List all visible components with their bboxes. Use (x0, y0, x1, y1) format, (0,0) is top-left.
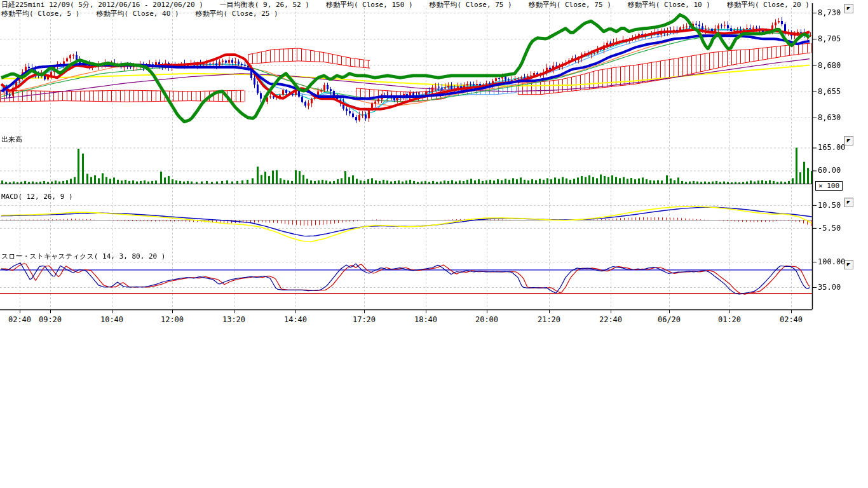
price-axis-label: 8,680 (818, 62, 841, 69)
stoch-axis-label: 35.00 (818, 283, 841, 291)
macd-axis-label: 10.50 (818, 201, 841, 209)
macd-axis-label: -5.50 (818, 224, 841, 232)
time-axis-label: 17:20 (353, 315, 376, 324)
time-axis-label: 09:20 (39, 315, 62, 324)
macd-pane-label: MACD( 12, 26, 9 ) (1, 193, 73, 201)
time-axis-label: 02:40 (8, 315, 31, 324)
chart-window: 日経225mini 12/09( 5分, 2012/06/16 - 2012/0… (0, 0, 868, 488)
time-axis-label: 06/20 (658, 315, 681, 324)
price-axis-label: 8,705 (818, 35, 841, 43)
time-axis-label: 01:20 (718, 315, 741, 324)
macd-pane-collapse-arrow-icon[interactable]: ◤ (844, 198, 853, 207)
main-pane-collapse-arrow-icon[interactable]: ◤ (844, 4, 853, 13)
time-axis-label: 21:20 (538, 315, 560, 324)
time-axis-label: 12:00 (161, 315, 184, 324)
time-axis-label: 13:20 (222, 315, 245, 324)
time-axis-label: 14:40 (284, 315, 307, 324)
price-axis-label: 8,730 (818, 9, 841, 17)
time-axis-label: 02:40 (780, 315, 803, 324)
volume-multiplier-badge: × 100 (815, 181, 843, 191)
time-axis-label: 22:40 (599, 315, 622, 324)
time-axis-label: 18:40 (414, 315, 437, 324)
time-axis-label: 20:00 (475, 315, 498, 324)
time-axis-label: 10:40 (100, 315, 123, 324)
stoch-axis-label: 100.00 (818, 258, 845, 266)
volume-axis-label: 60.00 (818, 166, 841, 174)
volume-axis-label: 165.00 (818, 144, 845, 151)
price-axis-label: 8,655 (818, 88, 841, 95)
stochastics-pane-label: スロー・ストキャスティクス( 14, 3, 80, 20 ) (1, 252, 165, 261)
chart-plot-canvas[interactable] (0, 0, 826, 314)
volume-pane-label: 出来高 (1, 135, 22, 144)
price-axis-label: 8,630 (818, 114, 841, 121)
